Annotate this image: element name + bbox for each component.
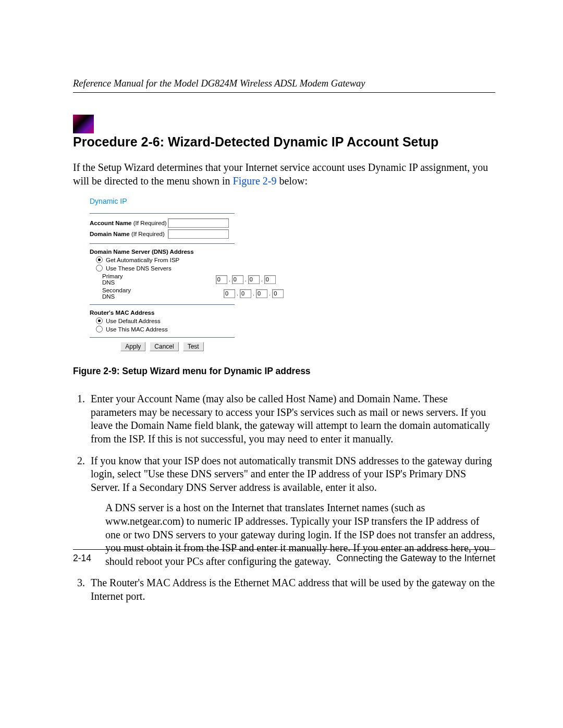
secondary-dns-oct4[interactable]: 0 [272, 289, 284, 298]
cancel-button[interactable]: Cancel [150, 342, 178, 351]
mac-default-radio[interactable] [96, 317, 103, 324]
domain-name-input[interactable] [168, 229, 229, 239]
account-name-input[interactable] [168, 218, 229, 228]
figure-caption: Figure 2-9: Setup Wizard menu for Dynami… [73, 366, 495, 377]
primary-dns-oct2[interactable]: 0 [232, 275, 243, 284]
secondary-dns-oct2[interactable]: 0 [240, 289, 251, 298]
primary-dns-oct4[interactable]: 0 [264, 275, 276, 284]
secondary-dns-oct1[interactable]: 0 [224, 289, 235, 298]
dns-use-label: Use These DNS Servers [106, 265, 172, 272]
figure-link[interactable]: Figure 2-9 [233, 175, 277, 187]
page-header: Reference Manual for the Model DG824M Wi… [73, 78, 495, 93]
mac-default-label: Use Default Address [106, 318, 161, 324]
account-name-label: Account Name (If Required) [90, 220, 168, 226]
dns-auto-radio[interactable] [96, 256, 103, 263]
apply-button[interactable]: Apply [120, 342, 145, 351]
primary-dns-oct3[interactable]: 0 [248, 275, 260, 284]
dns-auto-label: Get Automatically From ISP [106, 257, 179, 263]
test-button[interactable]: Test [183, 342, 204, 351]
intro-text-b: below: [277, 175, 308, 187]
domain-name-label: Domain Name (If Required) [90, 231, 168, 237]
step-1: Enter your Account Name (may also be cal… [88, 392, 495, 446]
intro-paragraph: If the Setup Wizard determines that your… [73, 161, 495, 188]
screen-title: Dynamic IP [90, 197, 495, 205]
secondary-dns-label: Secondary DNS [102, 287, 131, 300]
page-number: 2-14 [73, 553, 91, 564]
dns-section-label: Domain Name Server (DNS) Address [90, 249, 194, 255]
procedure-title: Procedure 2-6: Wizard-Detected Dynamic I… [73, 134, 495, 150]
chapter-title: Connecting the Gateway to the Internet [337, 553, 496, 564]
dns-use-radio[interactable] [96, 265, 103, 272]
steps-list: Enter your Account Name (may also be cal… [73, 392, 495, 603]
page-footer: 2-14 Connecting the Gateway to the Inter… [73, 549, 495, 564]
figure-screenshot: Dynamic IP Account Name (If Required) Do… [90, 197, 495, 354]
mac-section-label: Router's MAC Address [90, 310, 154, 316]
procedure-icon [73, 115, 94, 133]
secondary-dns-oct3[interactable]: 0 [256, 289, 267, 298]
primary-dns-label: Primary DNS [102, 273, 123, 286]
primary-dns-oct1[interactable]: 0 [216, 275, 227, 284]
mac-use-radio[interactable] [96, 326, 103, 332]
step-3: The Router's MAC Address is the Ethernet… [88, 576, 495, 603]
mac-use-label: Use This MAC Address [106, 326, 168, 332]
